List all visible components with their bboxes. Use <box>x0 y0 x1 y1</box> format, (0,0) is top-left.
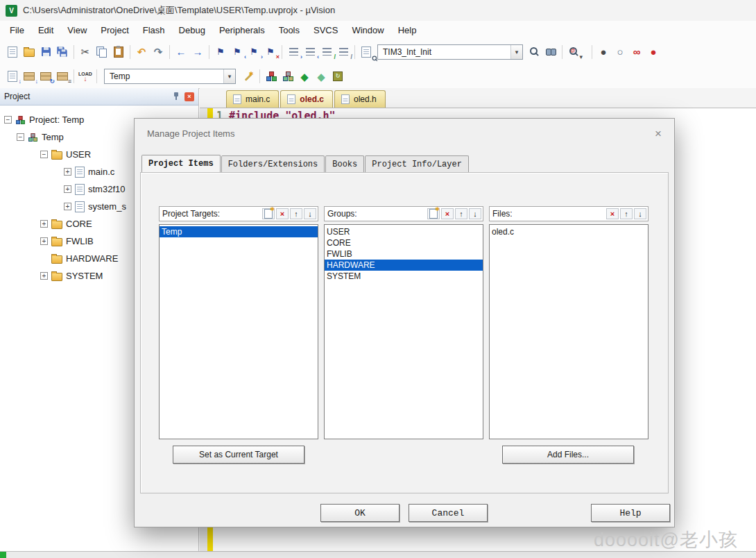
tree-expander[interactable]: + <box>40 272 48 280</box>
incremental-find-icon[interactable]: @▾ <box>565 44 582 60</box>
menu-file[interactable]: File <box>3 23 31 37</box>
tree-expander[interactable]: + <box>64 203 71 210</box>
delete-file-button[interactable]: × <box>606 208 619 219</box>
ok-button[interactable]: OK <box>320 504 400 522</box>
project-targets-list[interactable]: Temp <box>159 224 318 439</box>
list-item-target-temp[interactable]: Temp <box>160 226 318 237</box>
cancel-button[interactable]: Cancel <box>409 504 488 522</box>
nav-back-icon[interactable]: ← <box>173 44 189 60</box>
new-target-button[interactable]: ✱ <box>262 208 275 219</box>
dialog-titlebar[interactable]: Manage Project Items × <box>135 119 674 148</box>
dialog-tab-project-items[interactable]: Project Items <box>141 155 221 172</box>
redo-icon[interactable]: ↷ <box>150 44 166 60</box>
manage-project-items-icon[interactable] <box>263 68 280 85</box>
tree-expander[interactable]: − <box>4 116 12 124</box>
menu-flash[interactable]: Flash <box>136 23 172 37</box>
files-list[interactable]: oled.c <box>489 224 648 439</box>
delete-group-button[interactable]: × <box>441 208 454 219</box>
save-all-icon[interactable] <box>54 44 71 60</box>
tree-expander[interactable]: + <box>64 185 71 193</box>
move-file-down-button[interactable]: ↓ <box>634 208 646 219</box>
list-item-group-user[interactable]: USER <box>325 226 483 237</box>
binoculars-icon[interactable] <box>542 44 559 60</box>
paste-icon[interactable] <box>110 44 127 60</box>
save-icon[interactable] <box>37 44 54 60</box>
nav-forward-icon[interactable]: → <box>189 44 206 60</box>
breakpoint-disable-all-icon[interactable]: ∞ <box>628 44 645 60</box>
menu-window[interactable]: Window <box>345 23 390 37</box>
find-in-files-icon[interactable] <box>358 44 375 60</box>
tree-expander[interactable]: − <box>40 151 48 158</box>
new-file-icon[interactable] <box>4 44 21 60</box>
tab-oled-c[interactable]: oled.c <box>280 90 333 108</box>
rebuild-all-icon[interactable]: ↻ <box>37 68 54 85</box>
uncomment-icon[interactable]: / <box>335 44 352 60</box>
move-group-down-button[interactable]: ↓ <box>469 208 481 219</box>
menu-view[interactable]: View <box>60 23 94 37</box>
breakpoint-kill-all-icon[interactable]: ● <box>645 44 662 60</box>
set-as-current-target-button[interactable]: Set as Current Target <box>173 446 304 464</box>
bookmark-toggle-icon[interactable]: ⚑ <box>212 44 229 60</box>
find-value[interactable]: TIM3_Int_Init <box>378 47 510 57</box>
tree-expander[interactable]: − <box>17 133 24 141</box>
move-target-up-button[interactable]: ↑ <box>290 208 302 219</box>
menu-peripherals[interactable]: Peripherals <box>212 23 272 37</box>
menu-project[interactable]: Project <box>94 23 135 37</box>
download-flash-icon[interactable]: LOAD↓ <box>77 68 94 85</box>
tree-expander[interactable]: + <box>64 168 71 176</box>
bookmark-prev-icon[interactable]: ⚑‹ <box>229 44 246 60</box>
add-files-button[interactable]: Add Files... <box>502 446 634 464</box>
runtime-environment-icon[interactable]: ↻ <box>329 68 346 85</box>
dialog-tab-folders-extensions[interactable]: Folders/Extensions <box>221 155 325 172</box>
groups-list[interactable]: USER CORE FWLIB HARDWARE SYSTEM <box>324 224 483 439</box>
tab-main-c[interactable]: main.c <box>226 90 279 108</box>
tree-expander[interactable]: + <box>40 220 48 228</box>
target-dropdown-icon[interactable]: ▾ <box>223 69 235 83</box>
pin-icon[interactable] <box>173 92 180 101</box>
target-value[interactable]: Temp <box>105 71 223 81</box>
new-group-button[interactable]: ✱ <box>427 208 440 219</box>
list-item-group-hardware[interactable]: HARDWARE <box>325 260 483 271</box>
copy-icon[interactable] <box>94 44 110 60</box>
breakpoint-toggle-icon[interactable]: ● <box>595 44 612 60</box>
menu-help[interactable]: Help <box>391 23 424 37</box>
move-target-down-button[interactable]: ↓ <box>304 208 316 219</box>
delete-target-button[interactable]: × <box>276 208 289 219</box>
open-folder-icon[interactable] <box>21 44 37 60</box>
dialog-close-icon[interactable]: × <box>655 128 662 140</box>
software-packs-icon[interactable]: ◆ <box>296 68 313 85</box>
find-combobox[interactable]: TIM3_Int_Init ▾ <box>377 44 523 60</box>
build-icon[interactable]: ↓ <box>21 68 37 85</box>
batch-build-icon[interactable]: ≡ <box>54 68 71 85</box>
help-button[interactable]: Help <box>591 504 670 522</box>
cut-icon[interactable]: ✂ <box>77 44 94 60</box>
tab-oled-h[interactable]: oled.h <box>334 90 386 108</box>
list-item-file-oled-c[interactable]: oled.c <box>490 226 648 237</box>
move-group-up-button[interactable]: ↑ <box>455 208 467 219</box>
list-item-group-fwlib[interactable]: FWLIB <box>325 248 483 260</box>
list-item-group-system[interactable]: SYSTEM <box>325 271 483 282</box>
pack-installer-icon[interactable]: ◆ <box>313 68 329 85</box>
list-item-group-core[interactable]: CORE <box>325 237 483 248</box>
indent-right-icon[interactable]: › <box>285 44 302 60</box>
move-file-up-button[interactable]: ↑ <box>620 208 633 219</box>
indent-left-icon[interactable]: ‹ <box>302 44 318 60</box>
options-for-target-icon[interactable]: ✱ <box>240 68 257 85</box>
menu-tools[interactable]: Tools <box>272 23 307 37</box>
menu-svcs[interactable]: SVCS <box>307 23 345 37</box>
dialog-tab-project-info-layer[interactable]: Project Info/Layer <box>365 155 469 172</box>
dialog-tab-books[interactable]: Books <box>325 155 364 172</box>
menu-edit[interactable]: Edit <box>31 23 60 37</box>
tree-expander[interactable]: + <box>40 237 48 245</box>
bookmark-next-icon[interactable]: ⚑› <box>246 44 262 60</box>
target-combobox[interactable]: Temp ▾ <box>104 69 236 84</box>
search-icon[interactable] <box>526 44 542 60</box>
panel-close-icon[interactable]: × <box>184 92 194 101</box>
find-dropdown-icon[interactable]: ▾ <box>510 45 522 59</box>
menu-debug[interactable]: Debug <box>172 23 212 37</box>
breakpoint-enable-icon[interactable]: ○ <box>612 44 628 60</box>
undo-icon[interactable]: ↶ <box>133 44 150 60</box>
translate-file-icon[interactable]: ↓ <box>4 68 21 85</box>
bookmark-clear-icon[interactable]: ⚑× <box>262 44 279 60</box>
comment-icon[interactable]: / <box>318 44 335 60</box>
